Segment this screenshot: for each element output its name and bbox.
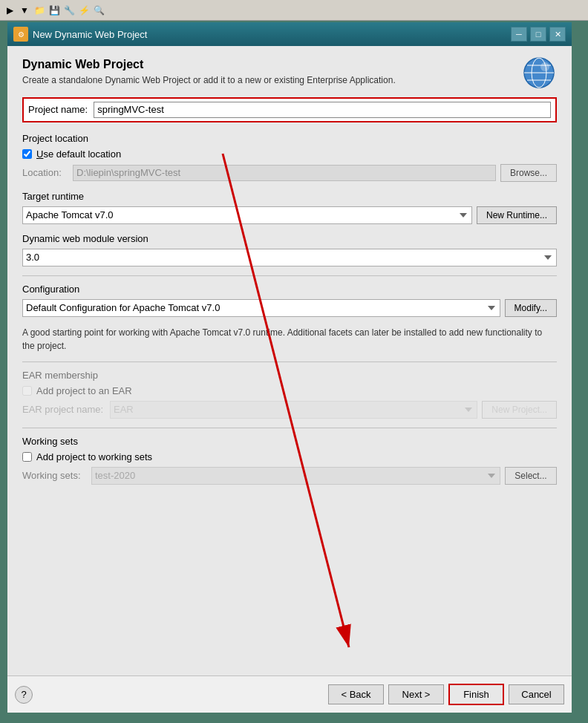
working-sets-checkbox-row: Add project to working sets: [22, 451, 557, 462]
toolbar-icon-3: 📁: [33, 4, 46, 17]
dialog-controls: ─ □ ✕: [511, 27, 566, 42]
working-sets-label: Working sets: [22, 436, 557, 447]
toolbar-icon-2: ▼: [18, 4, 31, 17]
use-default-location-row: Use default location: [22, 148, 557, 160]
toolbar: ▶ ▼ 📁 💾 🔧 ⚡ 🔍: [0, 0, 588, 21]
web-module-label: Dynamic web module version: [22, 233, 557, 244]
close-button[interactable]: ✕: [549, 27, 566, 42]
project-name-input[interactable]: [94, 102, 551, 118]
working-sets-input-label: Working sets:: [22, 470, 85, 481]
project-name-label: Project name:: [28, 104, 88, 115]
globe-icon: [521, 55, 557, 91]
cancel-button[interactable]: Cancel: [509, 684, 564, 704]
divider-1: [22, 275, 557, 276]
target-runtime-select[interactable]: Apache Tomcat v7.0: [22, 206, 472, 224]
page-heading: Dynamic Web Project: [22, 58, 557, 71]
working-sets-row: Working sets: test-2020 Select...: [22, 467, 557, 485]
back-button[interactable]: < Back: [328, 684, 384, 704]
ear-membership-label: EAR membership: [22, 370, 557, 381]
target-runtime-section: Target runtime Apache Tomcat v7.0 New Ru…: [22, 191, 557, 224]
minimize-button[interactable]: ─: [511, 27, 527, 42]
configuration-select[interactable]: Default Configuration for Apache Tomcat …: [22, 299, 500, 317]
ear-checkbox[interactable]: [22, 386, 32, 396]
browse-button[interactable]: Browse...: [500, 164, 557, 182]
configuration-row: Default Configuration for Apache Tomcat …: [22, 299, 557, 317]
dialog: ⚙ New Dynamic Web Project ─ □ ✕ Dynamic …: [7, 22, 572, 713]
ear-project-label: EAR project name:: [22, 404, 104, 415]
working-sets-select: test-2020: [91, 467, 500, 485]
new-project-button: New Project...: [482, 401, 557, 419]
toolbar-icon-4: 💾: [48, 4, 61, 17]
toolbar-icon-6: ⚡: [77, 4, 91, 17]
working-sets-checkbox-label: Add project to working sets: [36, 451, 152, 462]
location-label-text: Location:: [22, 167, 67, 178]
toolbar-icon-5: 🔧: [62, 4, 76, 17]
dialog-titlebar: ⚙ New Dynamic Web Project ─ □ ✕: [7, 22, 572, 46]
next-button[interactable]: Next >: [388, 684, 444, 704]
finish-button[interactable]: Finish: [448, 684, 504, 705]
ear-checkbox-label: Add project to an EAR: [36, 385, 132, 396]
use-default-location-text: Use default location: [36, 148, 121, 160]
web-module-section: Dynamic web module version 3.0: [22, 233, 557, 266]
ear-membership-section: EAR membership Add project to an EAR EAR…: [22, 370, 557, 419]
project-location-section: Project location Use default location Lo…: [22, 133, 557, 182]
page-description: Create a standalone Dynamic Web Project …: [22, 74, 557, 87]
modify-button[interactable]: Modify...: [505, 299, 557, 317]
ear-project-row: EAR project name: EAR New Project...: [22, 401, 557, 419]
location-row: Location: Browse...: [22, 164, 557, 182]
dialog-title: New Dynamic Web Project: [33, 29, 511, 40]
project-location-label: Project location: [22, 133, 557, 144]
toolbar-icon-1: ▶: [3, 4, 16, 17]
working-sets-checkbox[interactable]: [22, 452, 32, 462]
dialog-footer: ? < Back Next > Finish Cancel: [7, 675, 572, 713]
maximize-button[interactable]: □: [530, 27, 546, 42]
ear-checkbox-row: Add project to an EAR: [22, 385, 557, 396]
divider-2: [22, 362, 557, 362]
ear-project-select: EAR: [110, 401, 477, 419]
help-button[interactable]: ?: [15, 686, 33, 704]
working-sets-section: Working sets Add project to working sets…: [22, 436, 557, 485]
target-runtime-row: Apache Tomcat v7.0 New Runtime...: [22, 206, 557, 224]
divider-3: [22, 428, 557, 428]
use-default-location-checkbox[interactable]: [22, 149, 32, 159]
svg-point-5: [540, 62, 549, 71]
configuration-info: A good starting point for working with A…: [22, 326, 557, 353]
new-runtime-button[interactable]: New Runtime...: [477, 206, 557, 224]
toolbar-icon-7: 🔍: [92, 4, 105, 17]
dialog-icon: ⚙: [13, 27, 28, 42]
web-module-select[interactable]: 3.0: [22, 249, 557, 266]
select-working-sets-button[interactable]: Select...: [505, 467, 557, 485]
project-name-row: Project name:: [22, 97, 557, 122]
location-input: [73, 165, 496, 181]
configuration-label: Configuration: [22, 284, 557, 295]
configuration-section: Configuration Default Configuration for …: [22, 284, 557, 353]
target-runtime-label: Target runtime: [22, 191, 557, 202]
dialog-content: Dynamic Web Project Create a standalone …: [7, 46, 572, 713]
web-module-row: 3.0: [22, 249, 557, 266]
